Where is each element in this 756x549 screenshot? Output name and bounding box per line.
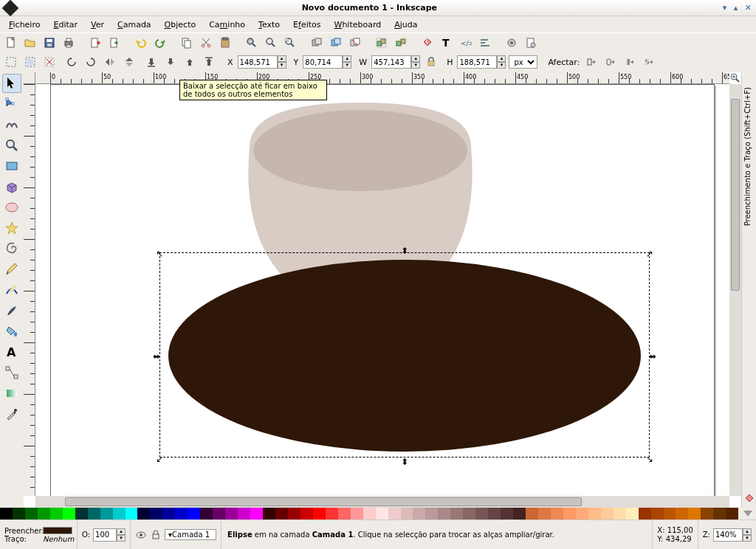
menu-ajuda[interactable]: Ajuda <box>388 18 423 31</box>
swatch[interactable] <box>513 508 526 519</box>
swatch[interactable] <box>601 508 614 519</box>
swatch[interactable] <box>438 508 450 519</box>
menu-ver[interactable]: Ver <box>85 18 110 31</box>
swatch[interactable] <box>676 508 688 519</box>
swatch[interactable] <box>63 508 75 519</box>
swatch[interactable] <box>113 508 126 519</box>
zoom-input[interactable]: ▴▾ <box>713 528 752 542</box>
group-button[interactable] <box>374 35 390 51</box>
lock-icon[interactable] <box>423 54 439 70</box>
swatch[interactable] <box>639 508 651 519</box>
swatch[interactable] <box>588 508 601 519</box>
y-input[interactable]: ▴▾ <box>303 55 351 69</box>
menu-efeitos[interactable]: Efeitos <box>287 18 326 31</box>
clone-button[interactable] <box>328 35 344 51</box>
swatch[interactable] <box>413 508 425 519</box>
lock-layer-icon[interactable] <box>150 529 162 541</box>
swatch[interactable] <box>526 508 538 519</box>
menu-ficheiro[interactable]: Ficheiro <box>3 18 46 31</box>
opacity-input[interactable]: ▴▾ <box>93 528 126 542</box>
swatch[interactable] <box>651 508 664 519</box>
swatch[interactable] <box>501 508 513 519</box>
connector-tool[interactable] <box>2 363 21 382</box>
paste-button[interactable] <box>217 35 233 51</box>
pencil-tool[interactable] <box>2 260 21 279</box>
swatch[interactable] <box>213 508 225 519</box>
prefs-button[interactable] <box>504 35 520 51</box>
swatch[interactable] <box>150 508 162 519</box>
zoom-fit-button[interactable] <box>244 35 260 51</box>
print-button[interactable] <box>61 35 77 51</box>
affect-stroke-button[interactable] <box>584 54 600 70</box>
duplicate-button[interactable] <box>309 35 325 51</box>
swatch[interactable] <box>263 508 275 519</box>
swatch[interactable] <box>664 508 676 519</box>
star-tool[interactable] <box>2 218 21 238</box>
selector-tool[interactable] <box>2 74 21 93</box>
lower-button[interactable] <box>162 54 179 70</box>
swatch[interactable] <box>475 508 488 519</box>
deselect-button[interactable] <box>41 54 58 70</box>
swatch[interactable] <box>0 508 13 519</box>
node-tool[interactable] <box>2 94 21 114</box>
menu-objecto[interactable]: Objecto <box>159 18 202 31</box>
rotate-ccw-button[interactable] <box>63 54 80 70</box>
swatch[interactable] <box>326 508 338 519</box>
tweak-tool[interactable] <box>2 115 21 134</box>
swatch[interactable] <box>488 508 501 519</box>
swatch[interactable] <box>200 508 213 519</box>
swatch[interactable] <box>626 508 639 519</box>
unlink-button[interactable] <box>347 35 363 51</box>
undo-button[interactable] <box>133 35 149 51</box>
swatch[interactable] <box>338 508 351 519</box>
swatch[interactable] <box>688 508 701 519</box>
max-icon[interactable]: ▴ <box>734 3 738 13</box>
swatch[interactable] <box>376 508 388 519</box>
ungroup-button[interactable] <box>393 35 409 51</box>
swatch[interactable] <box>126 508 138 519</box>
handle-ne[interactable]: ↗ <box>646 249 653 256</box>
x-input[interactable]: ▴▾ <box>238 55 286 69</box>
swatch[interactable] <box>450 508 463 519</box>
stroke-value[interactable]: Nenhum <box>43 535 72 543</box>
redo-button[interactable] <box>152 35 168 51</box>
swatch[interactable] <box>275 508 288 519</box>
ellipse-tool[interactable] <box>2 198 21 217</box>
zoom-page-button[interactable] <box>282 35 298 51</box>
swatch[interactable] <box>726 508 738 519</box>
unit-select[interactable]: px <box>509 55 537 69</box>
swatch[interactable] <box>713 508 726 519</box>
lower-bottom-button[interactable] <box>143 54 159 70</box>
menu-texto[interactable]: Texto <box>252 18 286 31</box>
swatch[interactable] <box>38 508 50 519</box>
swatch[interactable] <box>175 508 188 519</box>
affect-pattern-button[interactable] <box>642 54 658 70</box>
menu-camada[interactable]: Camada <box>111 18 157 31</box>
affect-gradient-button[interactable] <box>622 54 639 70</box>
bucket-tool[interactable] <box>2 322 21 341</box>
calligraphy-tool[interactable] <box>2 301 21 320</box>
handle-e[interactable]: ⬌ <box>649 351 656 359</box>
swatch[interactable] <box>563 508 576 519</box>
swatch[interactable] <box>388 508 401 519</box>
export-button[interactable] <box>106 35 123 51</box>
swatch[interactable] <box>162 508 175 519</box>
menu-whiteboard[interactable]: Whiteboard <box>329 18 388 31</box>
min-icon[interactable]: ▾ <box>723 3 727 13</box>
swatch[interactable] <box>614 508 626 519</box>
affect-corner-button[interactable] <box>603 54 619 70</box>
scrollbar-v[interactable] <box>729 84 741 496</box>
text-tool[interactable]: A <box>2 342 21 362</box>
bezier-tool[interactable] <box>2 280 21 300</box>
swatch[interactable] <box>551 508 563 519</box>
zoom-tool[interactable] <box>2 136 21 155</box>
flip-h-button[interactable] <box>102 54 118 70</box>
swatch[interactable] <box>300 508 313 519</box>
zoom-in-icon[interactable] <box>729 72 741 84</box>
layer-select[interactable]: ▾Camada 1 <box>165 529 216 540</box>
fill-stroke-button[interactable] <box>419 35 436 51</box>
swatch[interactable] <box>401 508 413 519</box>
swatch[interactable] <box>363 508 376 519</box>
handle-n[interactable]: ⬍ <box>401 246 408 253</box>
swatch[interactable] <box>538 508 551 519</box>
